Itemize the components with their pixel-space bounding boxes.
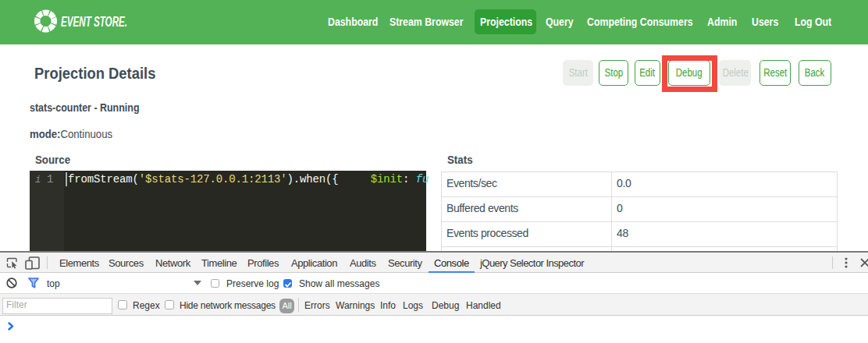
svg-text:EVENT STORE.: EVENT STORE. xyxy=(61,13,127,30)
